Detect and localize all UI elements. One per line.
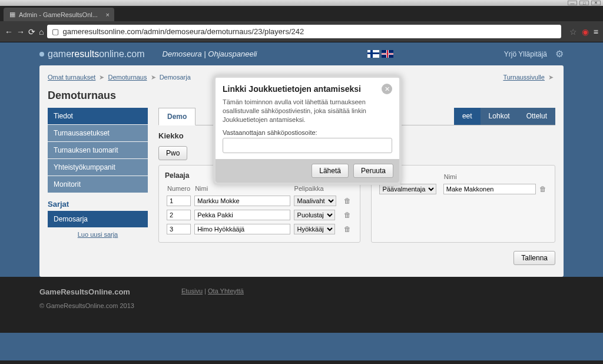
flag-fi-icon[interactable] [367, 50, 379, 58]
sidebar-item-referees[interactable]: Turnauksen tuomarit [48, 142, 148, 158]
forward-icon[interactable]: → [16, 27, 25, 37]
url-bar[interactable]: ▢ gameresultsonline.com/admin/demoseura/… [47, 25, 561, 38]
brand-logo[interactable]: gameresultsonline.com [39, 49, 145, 59]
sidebar-item-partners[interactable]: Yhteistyökumppanit [48, 159, 148, 176]
window-maximize[interactable]: □ [579, 1, 589, 5]
player-position-select[interactable]: Maalivaht [294, 196, 336, 206]
window-close[interactable]: ✕ [591, 1, 601, 5]
org-panel-title: Demoseura | Ohjauspaneeli [163, 49, 257, 58]
col-name: Nimi [193, 183, 291, 194]
send-link-modal: Linkki Joukkuetietojen antamiseksi ✕ Täm… [213, 75, 402, 185]
gear-icon[interactable]: ⚙ [555, 48, 564, 59]
player-name-input[interactable] [194, 196, 290, 206]
brand-mark-icon [39, 52, 44, 57]
tab-favicon: ▦ [9, 11, 15, 18]
sidebar-item-settings[interactable]: Turnausasetukset [48, 125, 148, 141]
language-flags [367, 50, 393, 58]
modal-email-label: Vastaanottajan sähköpostiosoite: [223, 129, 392, 136]
browser-toolbar: ← → ⟳ ⌂ ▢ gameresultsonline.com/admin/de… [0, 21, 603, 42]
tab-eet[interactable]: eet [454, 108, 481, 125]
staff-role-select[interactable]: Päävalmentaja [379, 184, 436, 194]
sidebar-new-series-link[interactable]: Luo uusi sarja [48, 227, 148, 241]
close-icon[interactable]: × [105, 11, 109, 18]
col-position: Pelipaikka [292, 183, 342, 194]
trash-icon[interactable]: 🗑 [344, 197, 351, 205]
modal-send-button[interactable]: Lähetä [312, 164, 349, 178]
player-number-input[interactable] [167, 210, 191, 220]
breadcrumb-tournament[interactable]: Demoturnaus [108, 74, 147, 81]
footer-link-contact[interactable]: Ota Yhteyttä [208, 287, 244, 294]
back-icon[interactable]: ← [5, 27, 13, 37]
brand-mid: results [71, 49, 99, 59]
player-number-input[interactable] [167, 224, 191, 234]
table-row: Hyökkääj 🗑 [165, 222, 354, 236]
sidebar-item-demosarja[interactable]: Demosarja [48, 211, 148, 227]
trash-icon[interactable]: 🗑 [344, 225, 351, 233]
brand-suffix: online.com [99, 49, 144, 59]
reload-icon[interactable]: ⟳ [28, 27, 35, 37]
user-name[interactable]: Yrjö Ylläpitäjä [504, 50, 547, 58]
sidebar-item-info[interactable]: Tiedot [48, 108, 148, 124]
footer: GameResultsOnline.com © GameResultsOnlin… [0, 277, 603, 333]
home-icon[interactable]: ⌂ [39, 27, 44, 37]
tab-lohkot[interactable]: Lohkot [481, 108, 518, 125]
modal-cancel-button[interactable]: Peruuta [353, 164, 393, 178]
brand-prefix: game [48, 49, 71, 59]
player-position-select[interactable]: Puolustaj [294, 210, 335, 220]
modal-description: Tämän toiminnon avulla voit lähettää tur… [223, 98, 392, 124]
window-controls: — □ ✕ [0, 0, 603, 6]
window-minimize[interactable]: — [568, 1, 577, 5]
url-text: gameresultsonline.com/admin/demoseura/de… [62, 27, 304, 36]
tab-demo[interactable]: Demo [158, 108, 196, 125]
table-row: Maalivaht 🗑 [165, 194, 354, 208]
trash-icon[interactable]: 🗑 [539, 185, 546, 193]
footer-link-home[interactable]: Etusivu [181, 287, 203, 294]
trash-icon[interactable]: 🗑 [344, 211, 351, 219]
footer-copyright: © GameResultsOnline.com 2013 [39, 302, 134, 309]
footer-brand: GameResultsOnline.com [39, 287, 134, 296]
player-name-input[interactable] [194, 224, 290, 234]
modal-title: Linkki Joukkuetietojen antamiseksi [223, 84, 361, 94]
table-row: Päävalmentaja 🗑 [377, 182, 549, 196]
user-area: Yrjö Ylläpitäjä ⚙ [504, 48, 564, 59]
extension-icon[interactable]: ◉ [582, 27, 589, 37]
browser-tab[interactable]: ▦ Admin - GameResultsOnl... × [4, 8, 114, 21]
sidebar: Tiedot Turnausasetukset Turnauksen tuoma… [48, 108, 148, 265]
tab-title: Admin - GameResultsOnl... [19, 11, 98, 18]
menu-icon[interactable]: ≡ [594, 27, 598, 37]
col-name: Nimi [442, 171, 538, 182]
table-row: Puolustaj 🗑 [165, 208, 354, 222]
flag-uk-icon[interactable] [382, 50, 393, 58]
modal-close-button[interactable]: ✕ [382, 84, 392, 94]
sidebar-item-monitors[interactable]: Monitorit [48, 176, 148, 193]
link-tournament-page[interactable]: Turnaussivulle [503, 74, 545, 81]
tab-strip: ▦ Admin - GameResultsOnl... × [0, 6, 603, 21]
site-header: gameresultsonline.com Demoseura | Ohjaus… [39, 42, 564, 65]
table-header-row: Numero Nimi Pelipaikka [165, 183, 354, 194]
col-number: Numero [165, 183, 193, 194]
close-icon: ✕ [385, 85, 390, 93]
breadcrumb-own[interactable]: Omat turnaukset [48, 74, 95, 81]
sidebar-series-heading: Sarjat [48, 200, 148, 209]
staff-name-input[interactable] [443, 184, 536, 194]
tab-ottelut[interactable]: Ottelut [518, 108, 555, 125]
save-button[interactable]: Tallenna [513, 251, 555, 265]
toolbar-button[interactable]: Pwo [158, 146, 187, 160]
modal-email-input[interactable] [223, 138, 392, 153]
browser-chrome: — □ ✕ ▦ Admin - GameResultsOnl... × ← → … [0, 0, 603, 42]
page-favicon: ▢ [52, 27, 59, 36]
breadcrumb-series: Demosarja [160, 74, 191, 81]
player-position-select[interactable]: Hyökkääj [294, 224, 335, 234]
player-number-input[interactable] [167, 196, 191, 206]
star-icon[interactable]: ☆ [569, 27, 577, 37]
player-name-input[interactable] [194, 210, 290, 220]
table-header-row: Rooli Nimi [377, 171, 549, 182]
